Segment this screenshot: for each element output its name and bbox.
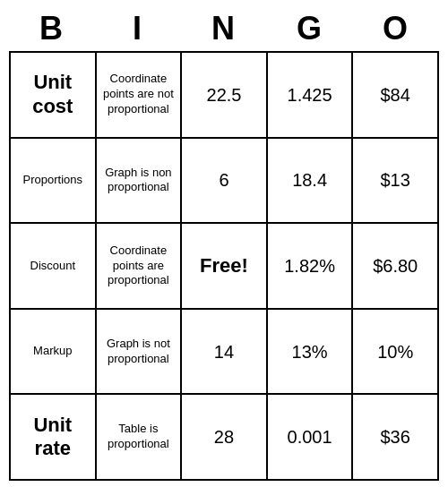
bingo-cell-r2-c4: $6.80 [353,224,439,310]
bingo-cell-r1-c3: 18.4 [268,139,354,225]
bingo-cell-r0-c0: Unit cost [11,53,97,139]
cell-text-r4-c4: $36 [381,425,410,449]
bingo-cell-r1-c2: 6 [182,139,268,225]
bingo-cell-r2-c3: 1.82% [268,224,354,310]
header-letter-N: N [181,6,267,51]
cell-text-r3-c0: Markup [33,344,72,359]
bingo-cell-r4-c3: 0.001 [268,395,354,481]
bingo-grid: Unit costCoordinate points are not propo… [9,51,439,481]
cell-text-r4-c0: Unit rate [14,414,91,461]
cell-text-r4-c2: 28 [214,425,234,449]
cell-text-r1-c2: 6 [219,168,228,192]
cell-text-r2-c2: Free! [200,253,248,279]
cell-text-r1-c3: 18.4 [292,168,327,192]
cell-text-r3-c1: Graph is not proportional [100,337,177,367]
bingo-cell-r2-c1: Coordinate points are proportional [97,224,183,310]
cell-text-r0-c3: 1.425 [288,83,332,107]
bingo-header: BINGO [9,6,439,51]
bingo-cell-r0-c3: 1.425 [268,53,354,139]
cell-text-r4-c3: 0.001 [288,425,332,449]
cell-text-r3-c3: 13% [292,340,328,363]
cell-text-r0-c2: 22.5 [207,83,242,107]
bingo-cell-r3-c3: 13% [268,310,354,396]
cell-text-r3-c2: 14 [214,340,234,363]
bingo-cell-r0-c1: Coordinate points are not proportional [97,53,183,139]
bingo-cell-r0-c4: $84 [353,53,439,139]
cell-text-r3-c4: 10% [377,340,413,363]
cell-text-r2-c1: Coordinate points are proportional [100,244,177,289]
bingo-cell-r1-c0: Proportions [11,139,97,225]
bingo-cell-r3-c1: Graph is not proportional [97,310,183,396]
cell-text-r2-c3: 1.82% [284,254,335,278]
bingo-cell-r0-c2: 22.5 [182,53,268,139]
header-letter-B: B [9,6,95,51]
bingo-cell-r4-c4: $36 [353,395,439,481]
bingo-cell-r1-c1: Graph is non proportional [97,139,183,225]
cell-text-r0-c4: $84 [381,83,410,107]
bingo-cell-r3-c4: 10% [353,310,439,396]
bingo-cell-r2-c0: Discount [11,224,97,310]
cell-text-r0-c0: Unit cost [14,71,91,118]
cell-text-r2-c4: $6.80 [373,254,418,278]
cell-text-r2-c0: Discount [30,259,76,274]
cell-text-r1-c0: Proportions [23,173,82,188]
header-letter-O: O [353,6,439,51]
cell-text-r0-c1: Coordinate points are not proportional [100,72,177,117]
bingo-cell-r1-c4: $13 [353,139,439,225]
bingo-card: BINGO Unit costCoordinate points are not… [9,6,439,481]
cell-text-r4-c1: Table is proportional [100,422,177,452]
bingo-cell-r3-c0: Markup [11,310,97,396]
bingo-cell-r4-c0: Unit rate [11,395,97,481]
header-letter-I: I [95,6,181,51]
bingo-cell-r3-c2: 14 [182,310,268,396]
header-letter-G: G [267,6,353,51]
bingo-cell-r2-c2: Free! [182,224,268,310]
cell-text-r1-c4: $13 [381,168,410,192]
cell-text-r1-c1: Graph is non proportional [100,166,177,196]
bingo-cell-r4-c1: Table is proportional [97,395,183,481]
bingo-cell-r4-c2: 28 [182,395,268,481]
